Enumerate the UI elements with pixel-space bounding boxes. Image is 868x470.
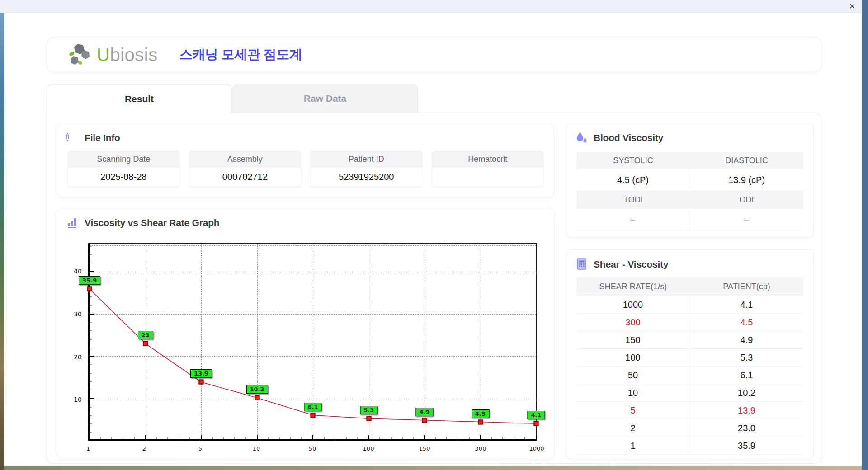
x-axis-tick-label: 150 [419, 445, 430, 452]
patient-viscosity-cell: 10.2 [690, 384, 803, 402]
x-axis-tick-label: 2 [142, 445, 146, 452]
data-point-label: 13.9 [190, 369, 212, 378]
data-point-label: 4.5 [472, 409, 489, 418]
table-row: 223.0 [576, 419, 803, 437]
data-point-label: 5.3 [360, 406, 377, 414]
logo-text: Ubiosis [97, 46, 158, 64]
table-row: 1504.9 [576, 331, 803, 349]
table-row: 1005.3 [576, 349, 803, 367]
field-label: Scanning Date [67, 151, 180, 168]
file-info-title: File Info [85, 132, 120, 143]
chart-x-axis: 12510501001503001000 [88, 443, 537, 453]
app-window: Ubiosis 스캐닝 모세관 점도계 Result Raw Data i Fi… [4, 13, 862, 466]
patient-viscosity-cell: 13.9 [690, 402, 803, 419]
x-axis-tick-label: 1 [86, 445, 90, 452]
bv-header-cell: ODI [690, 191, 803, 209]
bar-chart-icon [66, 216, 79, 229]
data-point-label: 4.9 [415, 408, 433, 416]
bv-value-cell: – [690, 209, 803, 230]
patient-column-header: PATIENT(cp) [690, 277, 803, 296]
table-row: 506.1 [576, 367, 803, 384]
tab-result[interactable]: Result [47, 84, 232, 113]
y-axis-tick-label: 30 [74, 310, 82, 318]
shear-rate-column-header: SHEAR RATE(1/s) [576, 277, 690, 296]
shear-rate-cell: 1000 [576, 296, 690, 314]
desktop-background-right [862, 0, 868, 470]
calculator-icon [576, 258, 588, 270]
data-point-marker [199, 380, 204, 385]
file-info-field: Patient ID52391925200 [310, 151, 423, 187]
bv-header-cell: TODI [576, 191, 690, 209]
file-info-field: Hematocrit [432, 151, 544, 187]
table-row: 1010.2 [576, 384, 803, 402]
shear-rate-cell: 150 [576, 331, 690, 349]
app-title: 스캐닝 모세관 점도계 [179, 46, 302, 64]
ubiosis-mark-icon [68, 43, 93, 66]
x-axis-tick-label: 300 [475, 445, 486, 452]
shear-rate-cell: 10 [576, 384, 690, 402]
x-axis-tick-label: 1000 [529, 445, 544, 452]
desktop-background-left [0, 0, 4, 470]
bv-value-cell: 13.9 (cP) [690, 169, 803, 191]
field-value [432, 168, 544, 186]
file-info-title-row: i File Info [57, 123, 554, 148]
shear-rate-cell: 100 [576, 349, 690, 367]
tab-raw-data[interactable]: Raw Data [232, 84, 418, 113]
patient-viscosity-cell: 23.0 [690, 419, 803, 437]
content-panel: i File Info Scanning Date2025-08-28Assem… [47, 113, 821, 464]
shear-rate-cell: 2 [576, 419, 690, 437]
patient-viscosity-cell: 4.9 [690, 331, 803, 349]
file-info-field: Assembly000702712 [189, 151, 302, 187]
graph-title: Viscosity vs Shear Rate Graph [85, 217, 219, 228]
data-point-label: 4.1 [527, 411, 545, 419]
blood-viscosity-title: Blood Viscosity [594, 132, 663, 143]
chart-plot-area: 35.92313.910.26.15.34.94.54.1 [88, 243, 537, 441]
data-point-marker [87, 287, 92, 291]
table-row: 513.9 [576, 402, 803, 419]
field-value: 52391925200 [310, 168, 423, 187]
logo-letters-rest: biosis [110, 45, 157, 65]
logo-letter-u: U [97, 45, 110, 65]
y-axis-tick-label: 20 [74, 353, 82, 361]
shear-rate-cell: 1 [576, 437, 690, 455]
field-label: Patient ID [310, 151, 423, 168]
data-point-marker [478, 419, 483, 424]
data-point-marker [366, 416, 371, 421]
x-axis-tick-label: 50 [309, 445, 316, 452]
header-card: Ubiosis 스캐닝 모세관 점도계 [47, 37, 821, 72]
x-axis-tick-label: 100 [363, 445, 374, 452]
data-point-marker [422, 418, 427, 423]
droplets-icon [576, 132, 588, 144]
x-axis-tick-label: 5 [198, 445, 202, 452]
blood-viscosity-card: Blood Viscosity SYSTOLICDIASTOLIC4.5 (cP… [566, 123, 814, 238]
shear-rate-cell: 50 [576, 367, 690, 384]
field-label: Hematocrit [432, 151, 544, 168]
data-point-label: 6.1 [304, 403, 321, 411]
shear-viscosity-table: SHEAR RATE(1/s) PATIENT(cp) 10004.13004.… [576, 277, 803, 455]
shear-viscosity-title: Shear - Viscosity [594, 259, 668, 270]
file-info-card: i File Info Scanning Date2025-08-28Assem… [57, 123, 554, 198]
data-point-label: 10.2 [246, 385, 268, 394]
shear-viscosity-header-row: SHEAR RATE(1/s) PATIENT(cp) [576, 277, 803, 296]
desktop-background-bottom [4, 466, 862, 470]
patient-viscosity-cell: 4.5 [690, 314, 803, 331]
x-axis-tick-label: 10 [253, 445, 260, 452]
tab-bar: Result Raw Data [47, 84, 418, 113]
shear-viscosity-title-row: Shear - Viscosity [566, 250, 813, 275]
y-axis-tick-label: 40 [74, 268, 82, 275]
shear-rate-cell: 5 [576, 402, 690, 419]
data-point-marker [311, 413, 316, 418]
bv-header-cell: SYSTOLIC [576, 152, 690, 169]
field-label: Assembly [189, 151, 302, 168]
table-row: 135.9 [576, 437, 803, 455]
data-point-label: 35.9 [79, 276, 100, 285]
close-icon[interactable]: × [846, 0, 858, 12]
field-value: 000702712 [189, 168, 302, 187]
blood-viscosity-title-row: Blood Viscosity [566, 123, 813, 148]
blood-viscosity-table: SYSTOLICDIASTOLIC4.5 (cP)13.9 (cP)TODIOD… [576, 152, 803, 230]
data-point-label: 23 [137, 331, 153, 339]
file-info-fields: Scanning Date2025-08-28Assembly000702712… [57, 148, 554, 187]
y-axis-tick-label: 10 [74, 396, 82, 403]
patient-viscosity-cell: 35.9 [690, 437, 803, 455]
patient-viscosity-cell: 4.1 [690, 296, 803, 314]
